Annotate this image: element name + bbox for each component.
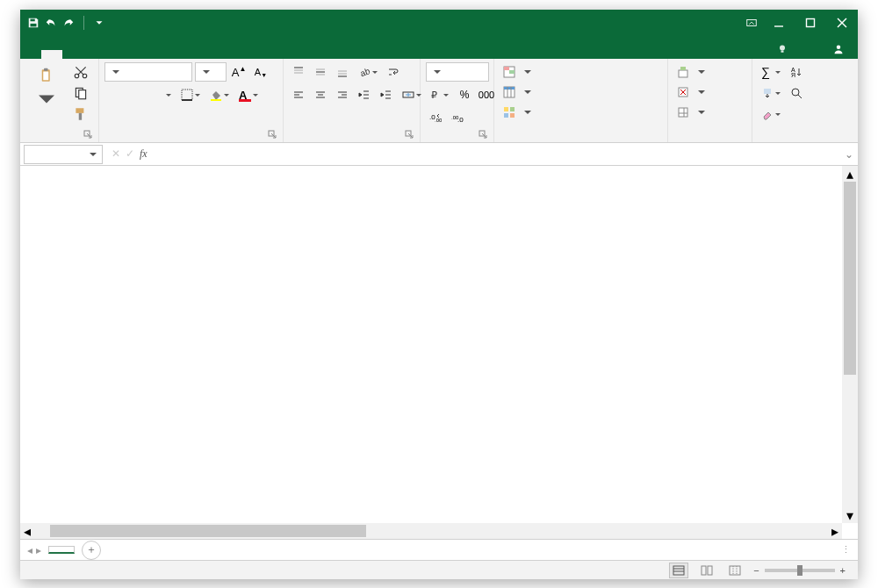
font-name-combo[interactable] bbox=[104, 62, 192, 82]
orientation-button[interactable]: ab bbox=[355, 62, 381, 82]
italic-button[interactable] bbox=[126, 85, 146, 104]
format-painter-button[interactable] bbox=[71, 104, 90, 124]
view-page-layout-button[interactable] bbox=[697, 563, 716, 578]
expand-formula-bar-icon[interactable]: ⌄ bbox=[840, 148, 858, 161]
title-bar bbox=[20, 10, 858, 36]
cancel-formula-icon[interactable]: ✕ bbox=[112, 147, 120, 161]
close-button[interactable] bbox=[826, 10, 858, 36]
clear-button[interactable] bbox=[758, 104, 784, 124]
view-normal-button[interactable] bbox=[669, 563, 688, 578]
scrollbar-thumb[interactable] bbox=[844, 182, 856, 375]
undo-icon[interactable] bbox=[45, 17, 57, 29]
sheet-tab[interactable] bbox=[48, 546, 75, 554]
merge-button[interactable] bbox=[399, 85, 425, 104]
save-icon[interactable] bbox=[27, 17, 40, 29]
increase-font-button[interactable]: A▲ bbox=[229, 62, 248, 82]
redo-icon[interactable] bbox=[62, 17, 75, 29]
zoom-slider[interactable] bbox=[765, 569, 835, 572]
dialog-launcher-icon[interactable] bbox=[83, 130, 93, 140]
tell-me[interactable] bbox=[766, 39, 802, 59]
increase-decimal-button[interactable]: .0.00 bbox=[426, 108, 445, 127]
worksheet-area: ▴ ▾ ◂ ▸ bbox=[20, 166, 858, 539]
comma-button[interactable]: 000 bbox=[477, 85, 496, 104]
number-format-combo[interactable] bbox=[426, 62, 489, 82]
tab-view[interactable] bbox=[168, 50, 189, 59]
font-size-combo[interactable] bbox=[195, 62, 227, 82]
align-right-button[interactable] bbox=[333, 85, 352, 104]
decrease-indent-button[interactable] bbox=[355, 85, 374, 104]
copy-icon bbox=[73, 85, 89, 101]
align-bottom-button[interactable] bbox=[333, 62, 352, 82]
borders-button[interactable] bbox=[177, 85, 204, 104]
tab-data[interactable] bbox=[126, 50, 147, 59]
align-middle-button[interactable] bbox=[311, 62, 330, 82]
fill-color-button[interactable] bbox=[206, 85, 233, 104]
underline-button[interactable] bbox=[148, 85, 175, 104]
view-page-break-button[interactable] bbox=[725, 563, 745, 578]
share-button[interactable] bbox=[823, 39, 858, 59]
accounting-button[interactable]: ₽ bbox=[426, 85, 452, 104]
svg-rect-78 bbox=[730, 566, 740, 575]
cut-button[interactable] bbox=[71, 62, 90, 82]
sign-in[interactable] bbox=[802, 50, 823, 59]
tab-review[interactable] bbox=[147, 50, 168, 59]
new-sheet-button[interactable]: ＋ bbox=[82, 541, 101, 560]
tab-insert[interactable] bbox=[62, 50, 83, 59]
fill-button[interactable] bbox=[758, 83, 784, 103]
ribbon-options-icon[interactable] bbox=[745, 17, 758, 29]
copy-button[interactable] bbox=[71, 83, 90, 103]
sheet-nav-next-icon[interactable]: ▸ bbox=[36, 544, 41, 556]
tab-page-layout[interactable] bbox=[83, 50, 104, 59]
scrollbar-thumb[interactable] bbox=[50, 525, 366, 537]
tab-acrobat[interactable] bbox=[189, 50, 210, 59]
dialog-launcher-icon[interactable] bbox=[478, 130, 488, 140]
bold-button[interactable] bbox=[104, 85, 124, 104]
ribbon: A▲ A▼ A a bbox=[20, 59, 858, 143]
conditional-formatting-button[interactable] bbox=[500, 62, 535, 82]
currency-icon: ₽ bbox=[429, 89, 442, 101]
wrap-text-button[interactable] bbox=[384, 62, 403, 82]
name-box[interactable] bbox=[24, 145, 103, 164]
align-left-button[interactable] bbox=[289, 85, 308, 104]
horizontal-scrollbar[interactable]: ◂ ▸ bbox=[20, 523, 842, 539]
vertical-scrollbar[interactable]: ▴ ▾ bbox=[842, 166, 858, 523]
align-top-button[interactable] bbox=[289, 62, 308, 82]
dialog-launcher-icon[interactable] bbox=[404, 130, 414, 140]
sort-filter-button[interactable]: AЯ bbox=[787, 62, 806, 82]
delete-cells-button[interactable] bbox=[673, 82, 709, 102]
scroll-down-icon[interactable]: ▾ bbox=[842, 507, 858, 523]
qat-customize-icon[interactable] bbox=[93, 17, 105, 29]
percent-button[interactable]: % bbox=[455, 85, 474, 104]
tab-formulas[interactable] bbox=[104, 50, 126, 59]
zoom-out-icon[interactable]: − bbox=[753, 565, 759, 576]
dialog-launcher-icon[interactable] bbox=[267, 130, 277, 140]
tab-file[interactable] bbox=[20, 50, 41, 59]
format-as-table-button[interactable] bbox=[500, 82, 535, 102]
zoom-in-icon[interactable]: + bbox=[840, 565, 846, 576]
font-color-button[interactable]: A bbox=[235, 85, 262, 104]
decrease-decimal-button[interactable]: .00.0 bbox=[448, 108, 467, 127]
scroll-left-icon[interactable]: ◂ bbox=[20, 523, 34, 540]
sheet-nav-prev-icon[interactable]: ◂ bbox=[27, 544, 32, 556]
insert-cells-button[interactable] bbox=[673, 62, 709, 82]
autosum-button[interactable]: ∑ bbox=[758, 62, 784, 82]
table-icon bbox=[503, 86, 515, 98]
increase-indent-button[interactable] bbox=[377, 85, 396, 104]
insert-function-icon[interactable]: fx bbox=[140, 147, 148, 161]
grid[interactable] bbox=[20, 166, 842, 523]
scroll-right-icon[interactable]: ▸ bbox=[828, 523, 842, 540]
formula-input[interactable] bbox=[153, 145, 840, 164]
maximize-button[interactable] bbox=[795, 10, 826, 36]
group-font: A▲ A▼ A bbox=[99, 59, 284, 142]
minimize-button[interactable] bbox=[763, 10, 795, 36]
cell-styles-button[interactable] bbox=[500, 103, 535, 122]
tab-home[interactable] bbox=[41, 50, 62, 59]
decrease-font-button[interactable]: A▼ bbox=[251, 62, 270, 82]
align-center-button[interactable] bbox=[311, 85, 330, 104]
paste-button[interactable] bbox=[25, 62, 68, 108]
enter-formula-icon[interactable]: ✓ bbox=[126, 147, 134, 161]
find-select-button[interactable] bbox=[787, 83, 806, 103]
format-cells-button[interactable] bbox=[673, 103, 709, 122]
scroll-up-icon[interactable]: ▴ bbox=[842, 166, 858, 182]
zoom-control[interactable]: − + bbox=[753, 565, 851, 576]
